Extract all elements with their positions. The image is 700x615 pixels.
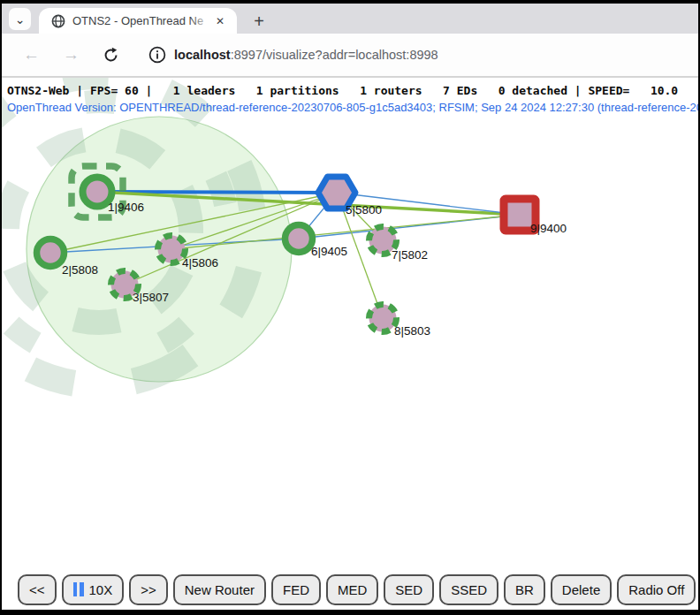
toolbar-button-label: BR bbox=[515, 582, 534, 597]
node-label: 2|5808 bbox=[62, 263, 98, 277]
address-bar[interactable]: localhost:8997/visualize?addr=localhost:… bbox=[174, 48, 438, 62]
forward-icon[interactable]: → bbox=[63, 45, 80, 65]
end-device-shape bbox=[285, 225, 313, 253]
browser-tab[interactable]: OTNS2 - OpenThread Ne ✕ bbox=[39, 8, 237, 34]
toolbar-button-label: MED bbox=[338, 582, 367, 597]
toolbar-button--[interactable]: >> bbox=[129, 574, 168, 605]
node-8[interactable] bbox=[369, 305, 397, 332]
end-device-shape bbox=[37, 239, 65, 267]
toolbar-button-fed[interactable]: FED bbox=[271, 574, 321, 605]
node-6[interactable] bbox=[285, 225, 313, 253]
toolbar-button--[interactable]: << bbox=[18, 574, 57, 605]
node-label: 9|9400 bbox=[530, 222, 567, 235]
toolbar-button-new-router[interactable]: New Router bbox=[173, 574, 266, 605]
node-label: 4|5806 bbox=[182, 256, 218, 270]
simulation-status-bar: OTNS2-Web | FPS= 60 | 1 leaders 1 partit… bbox=[7, 84, 678, 97]
browser-toolbar: ← → localhost:8997/visualize?addr=localh… bbox=[0, 34, 700, 76]
info-circle-icon bbox=[148, 46, 166, 64]
node-2[interactable] bbox=[37, 239, 65, 267]
openthread-version-text: OpenThread Version: OPENTHREAD/thread-re… bbox=[7, 101, 700, 114]
node-4[interactable] bbox=[158, 236, 186, 263]
tab-search-dropdown-button[interactable]: ⌄ bbox=[9, 8, 31, 30]
visualization-canvas: 1|94062|58083|58074|58065|58006|94057|58… bbox=[0, 78, 700, 569]
toolbar-button-label: SSED bbox=[451, 582, 487, 597]
url-path: :8997/visualize?addr=localhost:8998 bbox=[231, 48, 438, 62]
toolbar-button-label: >> bbox=[141, 582, 156, 597]
new-tab-button[interactable]: + bbox=[247, 10, 270, 33]
tab-title: OTNS2 - OpenThread Ne bbox=[72, 14, 212, 27]
back-icon[interactable]: ← bbox=[23, 45, 40, 65]
chevron-down-icon: ⌄ bbox=[15, 12, 26, 27]
tab-close-icon[interactable]: ✕ bbox=[212, 13, 228, 29]
toolbar-button-10x[interactable]: 10X bbox=[62, 574, 125, 605]
toolbar-button-br[interactable]: BR bbox=[504, 574, 545, 605]
site-info-icon[interactable] bbox=[146, 43, 169, 66]
node-label: 6|9405 bbox=[311, 245, 347, 258]
sleepy-end-device-shape bbox=[158, 236, 186, 263]
sleepy-end-device-shape bbox=[369, 305, 397, 332]
node-label: 5|5800 bbox=[346, 203, 382, 216]
window-border-bottom bbox=[0, 610, 700, 615]
globe-favicon-icon bbox=[51, 14, 65, 28]
node-label: 3|5807 bbox=[133, 291, 169, 304]
toolbar-button-label: Delete bbox=[562, 582, 600, 597]
action-toolbar: <<10X>>New RouterFEDMEDSEDSSEDBRDeleteRa… bbox=[0, 569, 700, 610]
node-label: 1|9406 bbox=[108, 201, 144, 214]
toolbar-button-label: New Router bbox=[185, 582, 255, 597]
toolbar-button-label: 10X bbox=[89, 582, 113, 597]
browser-window: ⌄ OTNS2 - OpenThread Ne ✕ + ← → lo bbox=[0, 0, 700, 615]
tab-strip: ⌄ OTNS2 - OpenThread Ne ✕ + bbox=[0, 4, 700, 34]
toolbar-button-med[interactable]: MED bbox=[326, 574, 378, 605]
reload-icon[interactable] bbox=[103, 47, 119, 64]
toolbar-button-sed[interactable]: SED bbox=[384, 574, 434, 605]
toolbar-button-label: SED bbox=[395, 582, 422, 597]
node-label: 8|5803 bbox=[394, 324, 430, 338]
network-svg: 1|94062|58083|58074|58065|58006|94057|58… bbox=[0, 78, 700, 569]
window-border-left bbox=[0, 0, 2, 615]
toolbar-button-ssed[interactable]: SSED bbox=[439, 574, 498, 605]
toolbar-button-label: Radio Off bbox=[628, 582, 684, 597]
toolbar-button-label: FED bbox=[283, 582, 309, 597]
node-label: 7|5802 bbox=[392, 248, 428, 262]
url-host: localhost bbox=[174, 48, 231, 62]
toolbar-button-delete[interactable]: Delete bbox=[551, 574, 612, 605]
window-border-top bbox=[0, 0, 700, 4]
toolbar-button-label: << bbox=[29, 582, 45, 597]
toolbar-button-radio-off[interactable]: Radio Off bbox=[617, 574, 696, 605]
pause-icon bbox=[73, 582, 84, 596]
